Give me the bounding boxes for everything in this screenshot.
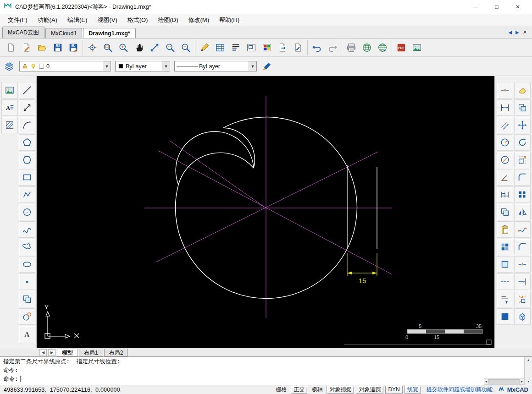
arc-icon[interactable] <box>19 117 35 133</box>
dim-aligned-icon[interactable] <box>497 117 513 133</box>
paste-clip-icon[interactable] <box>497 221 513 238</box>
move-icon[interactable] <box>514 117 531 133</box>
block-icon[interactable] <box>497 239 513 255</box>
rotate-icon[interactable] <box>514 134 531 151</box>
menu-item-1[interactable]: 文件(F) <box>3 15 33 26</box>
color-select[interactable]: ByLayer ▼ <box>115 61 170 71</box>
mtext-icon[interactable] <box>228 40 244 55</box>
scroll-right-icon[interactable]: ▶ <box>521 380 523 383</box>
circle-icon[interactable] <box>19 204 35 220</box>
dim-baseline-icon[interactable] <box>497 186 513 203</box>
viewport-icon[interactable] <box>244 40 259 55</box>
scroll-down-icon[interactable]: ▼ <box>527 380 529 383</box>
layout-export-icon[interactable] <box>275 40 290 55</box>
explode-icon[interactable] <box>514 291 531 307</box>
menu-item-6[interactable]: 绘图(D) <box>153 15 183 26</box>
mirror-icon[interactable] <box>514 204 531 220</box>
menu-item-8[interactable]: 帮助(H) <box>214 15 244 26</box>
maximize-button[interactable]: □ <box>486 0 507 14</box>
spline-icon[interactable] <box>19 221 35 238</box>
polyline-icon[interactable] <box>19 186 35 203</box>
stretch-icon[interactable] <box>19 99 35 116</box>
menu-item-3[interactable]: 编辑(E) <box>62 15 92 26</box>
save-icon[interactable] <box>50 40 66 55</box>
save-as-icon[interactable] <box>66 40 81 55</box>
text-style-icon[interactable]: A <box>1 99 18 116</box>
web-transfer-icon[interactable] <box>375 40 390 55</box>
sketch-pen-icon[interactable] <box>19 40 34 55</box>
chamfer-icon[interactable] <box>514 239 531 255</box>
dim-angular-icon[interactable] <box>497 169 513 186</box>
layout-tab-1[interactable]: 模型 <box>57 349 78 356</box>
linetype-edit-icon[interactable] <box>261 60 273 72</box>
status-toggle-栅格[interactable]: 栅格 <box>273 386 289 394</box>
menu-item-5[interactable]: 格式(O) <box>122 15 153 26</box>
open-file-icon[interactable] <box>34 40 50 55</box>
edit-spline-icon[interactable] <box>514 221 531 238</box>
redo-icon[interactable] <box>325 40 340 55</box>
zoom-previous-icon[interactable] <box>162 40 178 55</box>
cube-icon[interactable] <box>514 308 531 325</box>
line-icon[interactable] <box>19 82 35 98</box>
status-toggle-极轴[interactable]: 极轴 <box>309 386 325 394</box>
sheet-edit-icon[interactable] <box>290 40 306 55</box>
print-icon[interactable] <box>344 40 359 55</box>
array-icon[interactable] <box>514 186 531 203</box>
fillet-icon[interactable] <box>514 169 531 186</box>
measure-icon[interactable] <box>497 274 513 290</box>
tab-scroll-right-icon[interactable]: ▶ <box>515 30 519 35</box>
copy-icon[interactable] <box>514 99 531 116</box>
command-line-2[interactable]: 命令: <box>0 366 524 374</box>
polygon-icon[interactable] <box>19 152 35 168</box>
extend-icon[interactable] <box>514 274 531 290</box>
doc-tab-2[interactable]: MxCloud1 <box>45 28 82 38</box>
viewport-grip[interactable] <box>487 340 491 345</box>
zoom-window-icon[interactable] <box>100 40 116 55</box>
status-toggle-正交[interactable]: 正交 <box>291 386 307 394</box>
color-dropdown-arrow-icon[interactable]: ▼ <box>162 61 170 71</box>
menu-item-4[interactable]: 视图(V) <box>92 15 122 26</box>
dim-linear-icon[interactable] <box>497 99 513 116</box>
match-prop-icon[interactable] <box>497 291 513 307</box>
raster-image-icon[interactable] <box>1 82 18 98</box>
minimize-button[interactable]: — <box>465 0 486 14</box>
copy-object-icon[interactable] <box>19 291 35 307</box>
layer-select[interactable]: 0 ▼ <box>19 61 111 71</box>
zoom-in-icon[interactable] <box>116 40 131 55</box>
revcloud-icon[interactable] <box>19 239 35 255</box>
scale-icon[interactable] <box>514 152 531 168</box>
command-line-1[interactable]: 指定第二条尺寸界线原点: 指定尺寸线位置: <box>0 357 524 366</box>
new-file-icon[interactable] <box>3 40 19 55</box>
publish-web-icon[interactable] <box>359 40 375 55</box>
zoom-scale-icon[interactable] <box>147 40 162 55</box>
hscroll-thumb[interactable] <box>488 379 520 383</box>
undo-icon[interactable] <box>309 40 325 55</box>
menu-item-2[interactable]: 功能(A) <box>33 15 62 26</box>
tangent-circle-icon[interactable] <box>19 308 35 325</box>
insert-image-icon[interactable] <box>409 40 425 55</box>
doc-tab-3[interactable]: Drawing1.mxg* <box>83 28 135 38</box>
point-icon[interactable] <box>19 274 35 290</box>
dim-diameter-icon[interactable] <box>497 152 513 168</box>
command-line-3[interactable]: 命令:| <box>0 374 524 383</box>
quick-pen-icon[interactable] <box>197 40 212 55</box>
status-toggle-线宽[interactable]: 线宽 <box>405 386 421 394</box>
status-toggle-对象追踪[interactable]: 对象追踪 <box>356 386 383 394</box>
zoom-extents-icon[interactable] <box>84 40 100 55</box>
layer-dropdown-arrow-icon[interactable]: ▼ <box>103 61 111 71</box>
rectangle-icon[interactable] <box>19 169 35 186</box>
text-icon[interactable]: A <box>19 326 35 342</box>
trim-icon[interactable] <box>497 82 513 98</box>
dim-radius-icon[interactable] <box>497 134 513 151</box>
linetype-dropdown-arrow-icon[interactable]: ▼ <box>249 61 256 71</box>
hatch-icon[interactable] <box>1 117 18 133</box>
ellipse-arc-icon[interactable] <box>19 256 35 273</box>
erase-icon[interactable] <box>514 82 531 98</box>
export-pdf-icon[interactable]: PDF <box>393 40 409 55</box>
insert-table-icon[interactable] <box>212 40 228 55</box>
doc-tab-1[interactable]: MxCAD云图 <box>2 27 44 38</box>
scroll-left-icon[interactable]: ◀ <box>485 380 487 383</box>
scroll-up-icon[interactable]: ▲ <box>527 358 529 362</box>
region-icon[interactable] <box>497 256 513 273</box>
tab-scroll-left-icon[interactable]: ◀ <box>508 30 512 35</box>
